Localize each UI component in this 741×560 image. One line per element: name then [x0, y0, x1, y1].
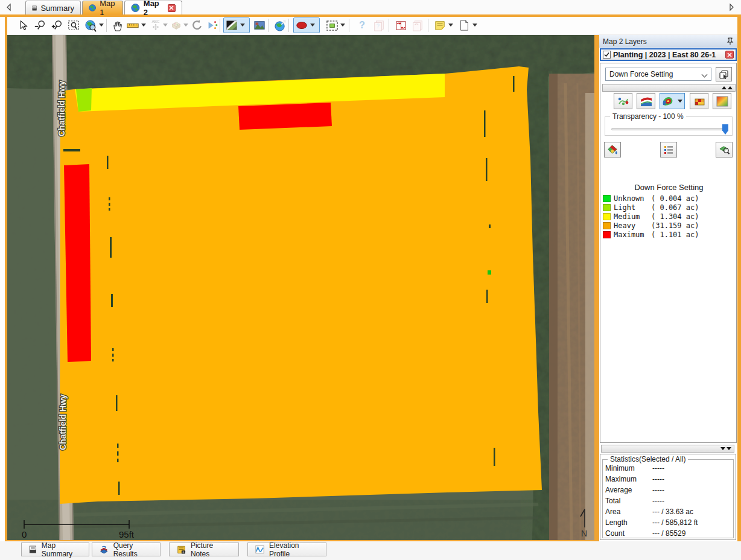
- compare-book-button[interactable]: [393, 18, 408, 33]
- map-viewport[interactable]: Chatfield Hwy Chatfield Hwy 0 95ft N: [7, 35, 594, 540]
- attribute-dropdown[interactable]: Down Force Setting: [605, 68, 711, 81]
- globe-icon: [131, 3, 140, 13]
- new-page-dropdown[interactable]: [472, 24, 477, 27]
- select-cursor-button[interactable]: [16, 18, 30, 33]
- close-tab-button[interactable]: [168, 4, 176, 12]
- contour-map-icon: [662, 96, 674, 107]
- pan-button[interactable]: [110, 18, 124, 33]
- query-layer-button[interactable]: [716, 142, 733, 158]
- fill-style-button[interactable]: [604, 142, 621, 158]
- layer-close-button[interactable]: [725, 51, 734, 59]
- legend-row: Light( 0.067 ac): [600, 203, 737, 212]
- legend-swatch: [603, 195, 611, 202]
- tab-summary[interactable]: Summary: [25, 1, 81, 14]
- transparency-slider[interactable]: [611, 128, 728, 130]
- collapse-up-icon: [722, 86, 727, 89]
- collapse-statistics-bar[interactable]: [601, 445, 734, 453]
- move-labels-dropdown[interactable]: [163, 24, 168, 27]
- tab-map-1[interactable]: Map 1: [82, 1, 123, 14]
- measure-dropdown[interactable]: [141, 24, 146, 27]
- layout-box-dropdown[interactable]: [183, 24, 188, 27]
- close-icon: [727, 52, 732, 57]
- layer-item[interactable]: Planting | 2023 | East 80 26-1: [600, 48, 737, 61]
- tab-picture-notes[interactable]: Picture Notes: [169, 542, 239, 556]
- zoom-extents-button[interactable]: [83, 18, 98, 33]
- collapse-options-bar[interactable]: [602, 84, 736, 92]
- svg-text:ABC: ABC: [151, 19, 160, 24]
- road-label: Chatfield Hwy: [57, 80, 66, 136]
- scroll-tabs-left-icon[interactable]: [5, 3, 13, 11]
- style-contour-button[interactable]: [660, 93, 685, 109]
- style-grid-button[interactable]: [690, 93, 708, 109]
- stat-row: Minimum-----: [605, 464, 732, 472]
- tab-elevation-profile[interactable]: Elevation Profile: [247, 542, 326, 556]
- background-swap-button[interactable]: [224, 18, 239, 33]
- pin-icon[interactable]: [727, 37, 734, 45]
- tab-elevation-profile-label: Elevation Profile: [269, 541, 319, 558]
- legend-options-button[interactable]: [660, 142, 677, 158]
- imagery-icon: [253, 19, 266, 31]
- toolbar-separator: [106, 19, 107, 32]
- select-region-button[interactable]: [325, 18, 339, 33]
- copy-layer-settings-button[interactable]: [716, 67, 732, 81]
- new-page-button[interactable]: [457, 18, 471, 33]
- map-legend: Down Force Setting Unknown( 0.004 ac) Li…: [600, 183, 737, 239]
- draw-ellipse-icon: [295, 19, 308, 32]
- legend-swatch: [603, 213, 611, 220]
- scroll-tabs-right-icon[interactable]: [727, 3, 736, 11]
- 3d-box-icon: [170, 19, 182, 31]
- measure-ruler-icon: [126, 19, 139, 32]
- zoom-window-button[interactable]: [66, 18, 81, 33]
- style-gradient-button[interactable]: [713, 93, 731, 109]
- frame-right: [737, 17, 741, 553]
- help-pages-button[interactable]: ?: [372, 18, 386, 33]
- zoom-in-button[interactable]: [49, 18, 64, 33]
- paint-bucket-icon: [607, 144, 619, 155]
- toolbar-separator: [288, 19, 289, 32]
- layer-checkbox[interactable]: [603, 51, 611, 59]
- layout-box-button[interactable]: [169, 18, 183, 33]
- attribute-dropdown-value: Down Force Setting: [609, 70, 673, 78]
- flip-pages-button[interactable]: [410, 18, 425, 33]
- zoom-out-button[interactable]: [33, 18, 47, 33]
- layer-options-container: Down Force Setting Transparency - 100 %: [600, 63, 737, 443]
- collapse-down-icon: [727, 447, 731, 450]
- draw-ellipse-dropdown[interactable]: [310, 24, 315, 27]
- measure-button[interactable]: [126, 18, 140, 33]
- imagery-button[interactable]: [252, 18, 267, 33]
- svg-text:?: ?: [359, 19, 365, 30]
- tab-map-2[interactable]: Map 2: [124, 1, 182, 14]
- stat-row: Length--- / 585,812 ft: [605, 518, 732, 527]
- close-icon: [169, 5, 174, 10]
- map-canvas: Chatfield Hwy Chatfield Hwy 0 95ft N: [7, 35, 594, 540]
- draw-ellipse-button[interactable]: [294, 18, 309, 33]
- legend-row: Heavy(31.159 ac): [600, 221, 737, 230]
- document-icon: [29, 545, 37, 554]
- toolbar-separator: [428, 19, 428, 32]
- tab-query-results[interactable]: Query Results: [92, 542, 161, 556]
- background-swap-dropdown[interactable]: [240, 24, 245, 27]
- field-light-region: [76, 88, 92, 112]
- undo-button[interactable]: [189, 18, 204, 33]
- layers-panel: Map 2 Layers Planting | 2023 | East 80 2…: [599, 35, 737, 541]
- playback-button[interactable]: [205, 18, 220, 33]
- gradient-surface-icon: [716, 96, 728, 107]
- select-region-icon: [326, 19, 339, 32]
- stat-row: Area--- / 33.63 ac: [605, 508, 732, 516]
- select-region-dropdown[interactable]: [340, 24, 345, 27]
- style-swoosh-button[interactable]: [637, 93, 655, 109]
- grid-cells-icon: [694, 96, 705, 107]
- tab-map-summary[interactable]: Map Summary: [21, 542, 89, 556]
- move-labels-button[interactable]: ABC: [148, 18, 163, 33]
- zoom-extents-dropdown[interactable]: [99, 24, 104, 27]
- transparency-slider-thumb[interactable]: [722, 124, 728, 135]
- toolbar-separator: [349, 19, 349, 32]
- legend-swatch: [603, 204, 611, 211]
- style-points-button[interactable]: [614, 93, 632, 109]
- globe-export-button[interactable]: [273, 18, 287, 33]
- help-button[interactable]: ?: [355, 18, 369, 33]
- field-heavy-region: [60, 66, 542, 504]
- sticky-note-button[interactable]: [433, 18, 447, 33]
- zoom-window-icon: [68, 19, 80, 31]
- sticky-note-dropdown[interactable]: [448, 24, 453, 27]
